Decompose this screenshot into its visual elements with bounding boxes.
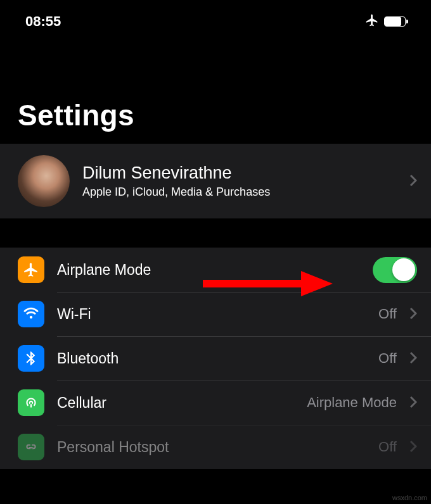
- chevron-right-icon: [409, 348, 417, 369]
- row-value-hotspot: Off: [378, 439, 397, 455]
- airplane-toggle[interactable]: [373, 257, 417, 283]
- toggle-knob: [392, 258, 415, 281]
- battery-icon: [384, 16, 406, 27]
- status-time: 08:55: [25, 13, 61, 30]
- profile-subtitle: Apple ID, iCloud, Media & Purchases: [82, 186, 397, 199]
- cellular-icon: [18, 389, 44, 416]
- settings-group: Airplane Mode Wi-Fi Off Bluetooth Off Ce…: [0, 248, 431, 469]
- section-gap: [0, 218, 431, 248]
- chevron-right-icon: [409, 171, 417, 191]
- row-label-hotspot: Personal Hotspot: [57, 439, 366, 456]
- row-airplane-mode[interactable]: Airplane Mode: [0, 248, 431, 292]
- row-label-wifi: Wi-Fi: [57, 306, 366, 323]
- row-cellular[interactable]: Cellular Airplane Mode: [0, 381, 431, 425]
- row-label-cellular: Cellular: [57, 394, 294, 412]
- row-bluetooth[interactable]: Bluetooth Off: [0, 336, 431, 381]
- watermark: wsxdn.com: [392, 494, 427, 501]
- page-title: Settings: [0, 38, 431, 144]
- row-value-wifi: Off: [378, 306, 397, 322]
- profile-row[interactable]: Dilum Senevirathne Apple ID, iCloud, Med…: [0, 144, 431, 218]
- bluetooth-icon: [18, 345, 44, 372]
- chevron-right-icon: [409, 393, 417, 413]
- profile-text: Dilum Senevirathne Apple ID, iCloud, Med…: [82, 163, 397, 199]
- row-value-bluetooth: Off: [378, 350, 397, 367]
- airplane-status-icon: [365, 13, 379, 30]
- row-wifi[interactable]: Wi-Fi Off: [0, 292, 431, 336]
- chevron-right-icon: [409, 437, 417, 457]
- hotspot-icon: [18, 434, 44, 460]
- status-right: [365, 13, 406, 30]
- wifi-icon: [18, 301, 44, 327]
- profile-name: Dilum Senevirathne: [82, 163, 397, 183]
- avatar: [18, 155, 70, 207]
- chevron-right-icon: [409, 304, 417, 324]
- status-bar: 08:55: [0, 0, 431, 38]
- row-value-cellular: Airplane Mode: [307, 394, 397, 411]
- row-label-bluetooth: Bluetooth: [57, 350, 366, 367]
- airplane-icon: [18, 256, 44, 283]
- row-personal-hotspot: Personal Hotspot Off: [0, 425, 431, 469]
- row-label-airplane: Airplane Mode: [57, 261, 360, 279]
